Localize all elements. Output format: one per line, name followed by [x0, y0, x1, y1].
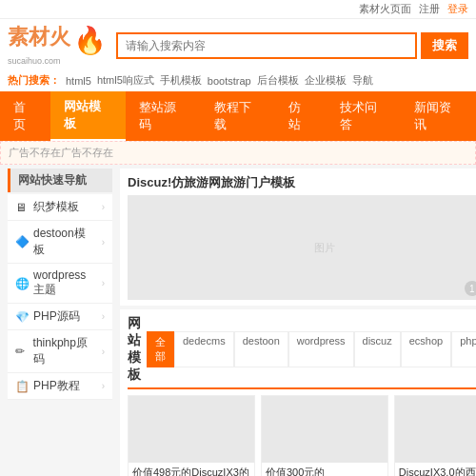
hot-item-0[interactable]: html5	[66, 75, 91, 87]
arrow-icon-3: ›	[102, 311, 105, 322]
tab-phpcms[interactable]: phpcms	[451, 331, 476, 367]
site-name: 素材火页面	[359, 2, 411, 16]
main-nav: 首页 网站模板 整站源码 教程下载 仿站 技术问答 新闻资讯	[0, 91, 476, 141]
main-content: Discuz!仿旅游网旅游门户模板 图片 1 2 3 网站模板 全部 dedec…	[120, 169, 476, 476]
arrow-icon-4: ›	[102, 347, 105, 357]
php-icon: 💎	[15, 310, 29, 324]
logo-sub: sucaihuo.com	[8, 56, 107, 66]
sidebar-label-3: PHP源码	[33, 308, 80, 325]
card-1[interactable]: 价值300元的DiscuzIX3IOS风格手机模板 ◆ 免费分享价值400元的D…	[261, 395, 388, 476]
sidebar-label-2: wordpress主题	[33, 268, 97, 298]
sidebar-item-wordpress[interactable]: 🌐 wordpress主题 ›	[8, 264, 112, 304]
sidebar-item-phptutorial[interactable]: 📋 PHP教程 ›	[8, 373, 112, 400]
card-img-1	[262, 396, 387, 463]
arrow-icon-1: ›	[102, 237, 105, 248]
zhimeng-icon: 🖥	[15, 201, 29, 214]
tab-all[interactable]: 全部	[147, 331, 174, 367]
hot-item-4[interactable]: 后台模板	[257, 73, 299, 88]
section-tabs: 全部 dedecms destoon wordpress discuz ecsh…	[147, 331, 476, 367]
sidebar-label-4: thinkphp原码	[33, 335, 97, 367]
nav-source[interactable]: 整站源码	[126, 92, 201, 140]
hot-item-2[interactable]: 手机模板	[160, 73, 202, 88]
ad-bar: 广告不存在广告不存在	[0, 141, 476, 165]
sidebar-item-zhimeng[interactable]: 🖥 织梦模板 ›	[8, 194, 112, 221]
search-button[interactable]: 搜索	[421, 32, 468, 59]
search-area: 搜索	[116, 32, 468, 59]
thinkphp-icon: ✏	[15, 345, 29, 358]
hot-item-3[interactable]: bootstrap	[208, 75, 251, 87]
templates-section: 网站模板 全部 dedecms destoon wordpress discuz…	[120, 309, 476, 476]
tab-wordpress[interactable]: wordpress	[288, 331, 354, 367]
sidebar-label-1: destoon模板	[33, 226, 97, 258]
header: 素材火 🔥 sucaihuo.com 搜索	[0, 19, 476, 71]
wordpress-icon: 🌐	[15, 277, 29, 290]
card-title-2: DiscuzIX3.0的西子社区风格商业板模板下载	[395, 463, 476, 476]
card-0[interactable]: 价值498元的DiscuzIX3的ZCOOL图片素材 ◆ 精美uimaker后台…	[128, 395, 255, 476]
content-area: 网站快速导航 🖥 织梦模板 › 🔷 destoon模板 › 🌐 wordpres…	[0, 165, 476, 476]
featured-title: Discuz!仿旅游网旅游门户模板	[128, 174, 476, 191]
search-input[interactable]	[116, 32, 417, 59]
hot-item-5[interactable]: 企业模板	[305, 73, 347, 88]
card-grid: 价值498元的DiscuzIX3的ZCOOL图片素材 ◆ 精美uimaker后台…	[128, 395, 476, 476]
pagination: 1 2 3	[465, 281, 476, 296]
sidebar-title: 网站快速导航	[8, 169, 112, 192]
sidebar: 网站快速导航 🖥 织梦模板 › 🔷 destoon模板 › 🌐 wordpres…	[8, 169, 112, 476]
arrow-icon-0: ›	[102, 202, 105, 212]
page-1[interactable]: 1	[465, 281, 476, 296]
sidebar-item-thinkphp[interactable]: ✏ thinkphp原码 ›	[8, 330, 112, 373]
nav-imitation[interactable]: 仿站	[275, 92, 326, 140]
card-title-0: 价值498元的DiscuzIX3的ZCOOL图片素材	[129, 463, 254, 476]
hot-item-6[interactable]: 导航	[352, 73, 373, 88]
register-link[interactable]: 注册	[419, 2, 440, 16]
hot-search-bar: 热门搜索： html5 html5响应式 手机模板 bootstrap 后台模板…	[0, 71, 476, 91]
arrow-icon-5: ›	[102, 381, 105, 391]
card-img-0	[129, 396, 254, 463]
section-title: 网站模板	[128, 315, 141, 384]
section-header: 网站模板 全部 dedecms destoon wordpress discuz…	[128, 315, 476, 389]
logo-text: 素材火	[8, 25, 70, 49]
sidebar-label-5: PHP教程	[33, 378, 80, 394]
tab-destoon[interactable]: destoon	[234, 331, 288, 367]
nav-tutorial[interactable]: 教程下载	[201, 92, 276, 140]
sidebar-label-0: 织梦模板	[33, 199, 79, 215]
nav-qa[interactable]: 技术问答	[327, 92, 402, 140]
tab-ecshop[interactable]: ecshop	[401, 331, 451, 367]
top-bar: 素材火页面 注册 登录	[0, 0, 476, 19]
hot-label: 热门搜索：	[8, 73, 60, 88]
tab-discuz[interactable]: discuz	[354, 331, 401, 367]
hot-item-1[interactable]: html5响应式	[97, 73, 154, 88]
image-placeholder: 图片	[314, 241, 335, 255]
sidebar-item-php[interactable]: 💎 PHP源码 ›	[8, 304, 112, 330]
destoon-icon: 🔷	[15, 235, 29, 248]
nav-home[interactable]: 首页	[0, 92, 50, 140]
nav-templates[interactable]: 网站模板	[50, 91, 126, 141]
featured-banner: Discuz!仿旅游网旅游门户模板 图片 1 2 3	[120, 169, 476, 306]
ad-text: 广告不存在广告不存在	[9, 147, 113, 158]
card-2[interactable]: DiscuzIX3.0的西子社区风格商业板模板下载 ◆ DiscuzIX3.2箱…	[394, 395, 476, 476]
arrow-icon-2: ›	[102, 278, 105, 288]
logo-flame: 🔥	[73, 26, 107, 55]
login-link[interactable]: 登录	[447, 2, 468, 16]
card-title-1: 价值300元的DiscuzIX3IOS风格手机模板	[262, 463, 387, 476]
nav-news[interactable]: 新闻资讯	[401, 92, 476, 140]
sidebar-item-destoon[interactable]: 🔷 destoon模板 ›	[8, 221, 112, 264]
featured-image: 图片 1 2 3	[128, 195, 476, 300]
tab-dedecms[interactable]: dedecms	[174, 331, 234, 367]
logo: 素材火 🔥 sucaihuo.com	[8, 25, 107, 66]
card-img-2	[395, 396, 476, 463]
phptutorial-icon: 📋	[15, 380, 29, 393]
